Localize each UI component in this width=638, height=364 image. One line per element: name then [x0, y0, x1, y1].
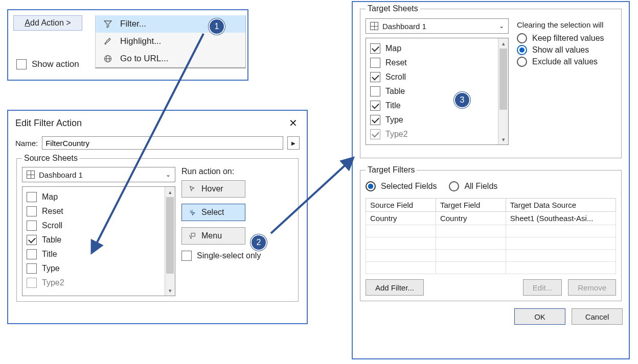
cursor-menu-icon — [188, 232, 196, 240]
dashboard-name: Dashboard 1 — [382, 22, 426, 31]
filter-icon — [103, 19, 113, 29]
globe-icon — [103, 54, 113, 64]
target-dashboard-select[interactable]: Dashboard 1 ⌄ — [366, 18, 509, 34]
run-hover-button[interactable]: Hover — [181, 180, 245, 198]
list-item: Title — [370, 99, 504, 113]
target-sheets-legend: Target Sheets — [366, 4, 420, 13]
dialog-title: Edit Filter Action — [15, 118, 82, 129]
scroll-up-icon[interactable]: ▴ — [498, 38, 508, 48]
checkbox[interactable] — [370, 86, 380, 96]
table-row[interactable] — [366, 262, 616, 274]
edit-filter-action-dialog: Edit Filter Action ✕ Name: ▶ Source Shee… — [7, 110, 308, 324]
source-sheets-list[interactable]: Map Reset Scroll Table Title Type Type2 … — [22, 186, 175, 296]
single-select-checkbox[interactable] — [181, 251, 192, 261]
scroll-down-icon[interactable]: ▾ — [165, 285, 175, 296]
cancel-button[interactable]: Cancel — [572, 308, 623, 325]
add-filter-button[interactable]: Add Filter... — [366, 279, 424, 296]
highlight-icon — [103, 36, 113, 46]
table-row[interactable] — [366, 225, 616, 237]
col-source-field[interactable]: Source Field — [366, 199, 436, 212]
target-filters-legend: Target Filters — [366, 165, 417, 175]
scroll-up-icon[interactable]: ▴ — [165, 187, 175, 197]
list-item: Reset — [27, 204, 171, 219]
scroll-thumb[interactable] — [499, 48, 507, 110]
radio-keep-filtered[interactable]: Keep filtered values — [517, 33, 616, 43]
ok-button[interactable]: OK — [514, 308, 565, 325]
checkbox[interactable] — [27, 206, 37, 216]
run-menu-button[interactable]: Menu — [181, 227, 245, 245]
cursor-click-icon — [188, 208, 196, 216]
scroll-thumb[interactable] — [166, 197, 174, 274]
checkbox[interactable] — [27, 278, 37, 288]
list-item: Type — [27, 261, 171, 276]
name-label: Name: — [15, 139, 38, 148]
list-item: Type2 — [370, 127, 504, 141]
list-item: Type2 — [27, 276, 171, 290]
dashboard-icon — [27, 171, 35, 179]
list-item: Scroll — [27, 219, 171, 233]
menu-item-label: Highlight... — [120, 36, 161, 46]
list-item: Table — [370, 84, 504, 99]
svg-rect-2 — [191, 233, 195, 236]
col-target-data-source[interactable]: Target Data Source — [506, 199, 616, 212]
add-action-button[interactable]: Add Action > — [13, 15, 82, 31]
run-select-button[interactable]: Select — [181, 204, 245, 221]
name-input[interactable] — [42, 136, 283, 150]
cursor-icon — [188, 185, 196, 193]
radio-icon — [366, 181, 376, 191]
scrollbar[interactable]: ▴ ▾ — [498, 38, 508, 144]
radio-all-fields[interactable]: All Fields — [449, 181, 497, 191]
show-actions-label: Show action — [32, 59, 79, 69]
col-target-field[interactable]: Target Field — [436, 199, 506, 212]
checkbox[interactable] — [370, 129, 380, 139]
show-actions-checkbox[interactable] — [16, 59, 27, 69]
step-badge-1: 1 — [209, 18, 225, 35]
target-filters-fieldset: Target Filters Selected Fields All Field… — [360, 165, 622, 301]
list-item: Map — [370, 41, 504, 56]
target-sheets-fieldset: Target Sheets Dashboard 1 ⌄ Map Reset Sc… — [360, 4, 622, 158]
target-panel: Target Sheets Dashboard 1 ⌄ Map Reset Sc… — [352, 1, 630, 359]
list-item: Table — [27, 233, 171, 247]
checkbox[interactable] — [370, 101, 380, 111]
source-dashboard-select[interactable]: Dashboard 1 ⌄ — [22, 167, 175, 182]
show-actions-row: Show action — [16, 59, 79, 69]
chevron-down-icon: ⌄ — [166, 171, 171, 178]
table-row[interactable]: Country Country Sheet1 (Southeast-Asi... — [366, 212, 616, 225]
list-item: Scroll — [370, 70, 504, 84]
menu-item-label: Filter... — [120, 19, 146, 29]
name-menu-button[interactable]: ▶ — [287, 136, 300, 150]
checkbox[interactable] — [27, 235, 37, 245]
radio-exclude-all[interactable]: Exclude all values — [517, 57, 616, 67]
checkbox[interactable] — [27, 249, 37, 259]
radio-icon — [517, 57, 527, 67]
table-row[interactable] — [366, 250, 616, 262]
checkbox[interactable] — [370, 43, 380, 54]
list-item: Title — [27, 247, 171, 261]
menu-item-label: Go to URL... — [120, 54, 168, 64]
list-item: Map — [27, 190, 171, 204]
menu-item-highlight[interactable]: Highlight... — [96, 33, 245, 50]
edit-filter-button[interactable]: Edit... — [523, 279, 562, 296]
close-icon[interactable]: ✕ — [287, 117, 300, 129]
dashboard-name: Dashboard 1 — [39, 171, 83, 179]
table-row[interactable] — [366, 237, 616, 250]
run-action-label: Run action on: — [181, 167, 293, 176]
checkbox[interactable] — [27, 192, 37, 202]
target-filters-table[interactable]: Source Field Target Field Target Data So… — [366, 198, 616, 274]
radio-icon — [449, 181, 459, 191]
step-badge-3: 3 — [454, 92, 470, 108]
dashboard-icon — [370, 22, 378, 30]
remove-filter-button[interactable]: Remove — [568, 279, 616, 296]
menu-item-url[interactable]: Go to URL... — [96, 50, 245, 67]
target-sheets-list[interactable]: Map Reset Scroll Table Title Type Type2 … — [366, 38, 509, 145]
scrollbar[interactable]: ▴ ▾ — [165, 187, 175, 296]
checkbox[interactable] — [27, 263, 37, 274]
checkbox[interactable] — [370, 115, 380, 125]
checkbox[interactable] — [370, 58, 380, 68]
source-sheets-legend: Source Sheets — [22, 154, 80, 163]
checkbox[interactable] — [27, 221, 37, 231]
checkbox[interactable] — [370, 72, 380, 82]
scroll-down-icon[interactable]: ▾ — [498, 134, 508, 144]
radio-selected-fields[interactable]: Selected Fields — [366, 181, 437, 191]
radio-show-all[interactable]: Show all values — [517, 45, 616, 55]
